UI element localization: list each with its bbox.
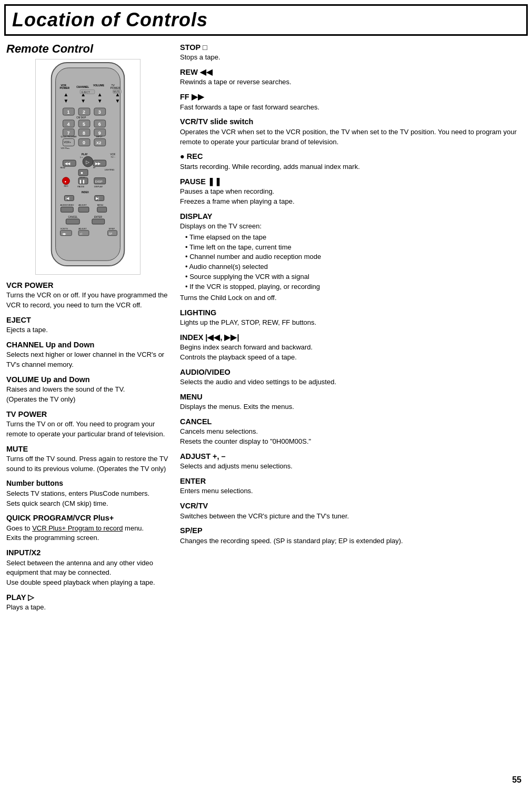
- entry-display-title: DISPLAY: [180, 211, 526, 222]
- entry-ff-title: FF ▶▶: [180, 92, 526, 102]
- entry-display: DISPLAY Displays on the TV screen: Time …: [180, 211, 526, 303]
- entry-vcr-power-body: Turns the VCR on or off. If you have pro…: [6, 291, 169, 311]
- svg-text:MENU: MENU: [97, 204, 104, 206]
- entry-volume-body: Raises and lowers the sound of the TV.(O…: [6, 385, 169, 405]
- svg-rect-83: [97, 207, 107, 212]
- svg-text:SP: SP: [109, 233, 113, 235]
- entry-cancel-title: CANCEL: [180, 416, 526, 427]
- entry-ff: FF ▶▶ Fast forwards a tape or fast forwa…: [180, 92, 526, 112]
- svg-text:MUTE: MUTE: [114, 91, 121, 93]
- main-content: Remote Control VCR POWER CHANNEL VOLUME …: [0, 36, 532, 617]
- svg-text:8: 8: [83, 131, 85, 136]
- entry-ff-body: Fast forwards a tape or fast forward sea…: [180, 103, 526, 113]
- entry-vcr-tv-title: VCR/TV: [180, 501, 526, 511]
- svg-text:REC: REC: [64, 185, 68, 187]
- entry-quick-program: QUICK PROGRAM/VCR Plus+ Goes to VCR Plus…: [6, 513, 169, 543]
- remote-svg: VCR POWER CHANNEL VOLUME TV POWER ▲ ▲ ▲ …: [36, 59, 140, 274]
- entry-adjust-title: ADJUST +, –: [180, 451, 526, 462]
- entry-enter-body: Enters menu selections.: [180, 486, 526, 496]
- svg-text:5: 5: [83, 122, 85, 127]
- svg-text:FF: FF: [93, 166, 96, 169]
- entry-audio-video: AUDIO/VIDEO Selects the audio and video …: [180, 367, 526, 387]
- entry-enter-title: ENTER: [180, 476, 526, 486]
- entry-vcr-tv: VCR/TV Switches between the VCR's pictur…: [180, 501, 526, 521]
- svg-text:POWER: POWER: [111, 87, 121, 89]
- right-entries: STOP □ Stops a tape. REW ◀◀ Rewinds a ta…: [180, 42, 526, 546]
- entry-volume-title: VOLUME Up and Down: [6, 374, 169, 385]
- entry-vcr-power-title: VCR POWER: [6, 280, 169, 291]
- entry-play: PLAY ▷ Plays a tape.: [6, 592, 169, 613]
- svg-text:VCR+: VCR+: [64, 141, 71, 144]
- svg-text:▼: ▼: [81, 98, 86, 104]
- entry-audio-video-body: Selects the audio and video settings to …: [180, 377, 526, 387]
- display-bullet-list: Time elapsed on the tape Time left on th…: [185, 233, 526, 292]
- display-bullet-3: Channel number and audio reception mode: [185, 252, 526, 262]
- svg-text:7: 7: [67, 131, 69, 136]
- entry-number-title: Number buttons: [6, 478, 169, 489]
- entry-input-x2: INPUT/X2 Select between the antenna and …: [6, 547, 169, 588]
- svg-text:LIGHTING: LIGHTING: [105, 168, 115, 171]
- entry-sp-ep: SP/EP Changes the recording speed. (SP i…: [180, 525, 526, 546]
- svg-text:VOLUME: VOLUME: [93, 84, 105, 87]
- svg-text:SP/EP: SP/EP: [109, 227, 115, 230]
- entry-vcr-tv-slide: VCR/TV slide switch Operates the VCR whe…: [180, 116, 526, 147]
- entry-volume: VOLUME Up and Down Raises and lowers the…: [6, 374, 169, 405]
- entry-input-x2-title: INPUT/X2: [6, 547, 169, 558]
- left-column: Remote Control VCR POWER CHANNEL VOLUME …: [6, 42, 169, 617]
- svg-text:+/-: +/-: [79, 233, 83, 235]
- svg-text:VCR Plus+: VCR Plus+: [61, 147, 70, 149]
- display-bullet-5: Source supplying the VCR with a signal: [185, 272, 526, 282]
- svg-text:REW: REW: [61, 166, 65, 169]
- entry-index-title: INDEX |◀◀, ▶▶|: [180, 332, 526, 343]
- svg-text:|◀: |◀: [65, 196, 69, 201]
- svg-text:X2: X2: [96, 141, 102, 145]
- svg-text:VCR/TV: VCR/TV: [61, 227, 68, 230]
- entry-number-body: Selects TV stations, enters PlusCode num…: [6, 489, 169, 509]
- svg-text:3: 3: [98, 109, 101, 115]
- entry-input-x2-body: Select between the antenna and any other…: [6, 558, 169, 588]
- entry-rew-title: REW ◀◀: [180, 67, 526, 77]
- entry-quick-program-body: Goes to VCR Plus+ Program to record menu…: [6, 524, 169, 544]
- svg-text:ADJUST: ADJUST: [78, 227, 87, 230]
- entry-sp-ep-title: SP/EP: [180, 525, 526, 536]
- page-number: 55: [512, 775, 521, 785]
- svg-text:2: 2: [83, 109, 85, 115]
- entry-display-body: Displays on the TV screen: Time elapsed …: [180, 222, 526, 303]
- entry-vcr-tv-slide-body: Operates the VCR when set to the VCR pos…: [180, 127, 526, 147]
- entry-pause-title: PAUSE ❚❚: [180, 176, 526, 187]
- entry-mute: MUTE Turns off the TV sound. Press again…: [6, 444, 169, 474]
- entry-stop-title: STOP □: [180, 42, 526, 53]
- entry-channel: CHANNEL Up and Down Selects next higher …: [6, 339, 169, 370]
- entry-lighting: LIGHTING Lights up the PLAY, STOP, REW, …: [180, 307, 526, 328]
- entry-play-body: Plays a tape.: [6, 603, 169, 613]
- entry-channel-title: CHANNEL Up and Down: [6, 339, 169, 350]
- entry-pause: PAUSE ❚❚ Pauses a tape when recording.Fr…: [180, 176, 526, 207]
- entry-tv-power: TV POWER Turns the TV on or off. You nee…: [6, 409, 169, 439]
- svg-text:■: ■: [81, 171, 83, 175]
- display-bullet-1: Time elapsed on the tape: [185, 233, 526, 243]
- display-bullet-6: If the VCR is stopped, playing, or recor…: [185, 282, 526, 292]
- entry-index-body: Begins index search forward and backward…: [180, 343, 526, 363]
- svg-text:▲: ▲: [97, 92, 103, 97]
- svg-text:CHANNEL: CHANNEL: [76, 86, 89, 88]
- entry-tv-power-body: Turns the TV on or off. You need to prog…: [6, 419, 169, 439]
- entry-cancel: CANCEL Cancels menu selections.Resets th…: [180, 416, 526, 447]
- entry-eject-body: Ejects a tape.: [6, 325, 169, 335]
- entry-mute-title: MUTE: [6, 444, 169, 454]
- entry-lighting-body: Lights up the PLAY, STOP, REW, FF button…: [180, 318, 526, 328]
- svg-text:1: 1: [67, 109, 69, 115]
- entry-rec-body: Starts recording. While recording, adds …: [180, 162, 526, 172]
- entry-number-buttons: Number buttons Selects TV stations, ente…: [6, 478, 169, 508]
- entry-index: INDEX |◀◀, ▶▶| Begins index search forwa…: [180, 332, 526, 363]
- entry-vcr-power: VCR POWER Turns the VCR on or off. If yo…: [6, 280, 169, 311]
- entry-lighting-title: LIGHTING: [180, 307, 526, 318]
- svg-text:▼: ▼: [97, 98, 103, 104]
- entry-quick-program-title: QUICK PROGRAM/VCR Plus+: [6, 513, 169, 523]
- page-title-bar: Location of Controls: [4, 4, 528, 36]
- entry-vcr-tv-body: Switches between the VCR's picture and t…: [180, 512, 526, 522]
- svg-text:▷+: ▷+: [80, 156, 83, 158]
- entry-channel-body: Selects next higher or lower channel in …: [6, 350, 169, 370]
- svg-rect-81: [61, 207, 74, 212]
- remote-control-image: VCR POWER CHANNEL VOLUME TV POWER ▲ ▲ ▲ …: [35, 59, 140, 275]
- entry-play-title: PLAY ▷: [6, 592, 169, 603]
